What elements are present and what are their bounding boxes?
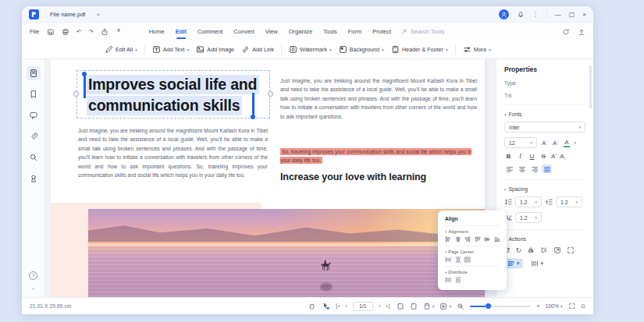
fullscreen-button[interactable] [568, 303, 575, 310]
menu-home[interactable]: Home [148, 26, 165, 37]
align-top-edges-button[interactable] [475, 236, 481, 242]
zoom-slider-knob[interactable] [486, 303, 491, 309]
menu-form[interactable]: Form [347, 26, 363, 37]
center-both-button[interactable] [464, 257, 471, 263]
next-view-button[interactable] [410, 303, 418, 310]
sunset-beach-photo[interactable] [88, 209, 485, 297]
distribute-section-header[interactable]: ▾ Distribute [445, 270, 500, 274]
flip-horizontal-button[interactable] [527, 246, 535, 254]
menu-view[interactable]: View [265, 26, 279, 37]
print-icon[interactable] [62, 28, 69, 36]
edit-all-button[interactable]: Edit All▾ [105, 45, 137, 54]
replace-image-button[interactable] [553, 246, 561, 254]
undo-icon[interactable]: ↶ [76, 28, 81, 35]
zoom-level-select[interactable]: 100%▾ [546, 303, 563, 309]
thumbnails-panel-icon[interactable] [27, 66, 41, 80]
bold-button[interactable]: B [504, 153, 513, 160]
extract-button[interactable] [567, 246, 575, 254]
upgrade-icon[interactable] [578, 28, 585, 36]
underline-button[interactable]: U [528, 153, 536, 160]
align-left-button[interactable] [504, 165, 514, 173]
minimize-button[interactable]: — [555, 11, 561, 18]
distribute-objects-button[interactable]: ▾ [528, 259, 545, 268]
share-icon[interactable] [101, 28, 109, 36]
font-color-button[interactable]: A [564, 139, 569, 147]
caret-down-icon[interactable]: ▾ [575, 140, 577, 145]
align-right-edges-button[interactable] [464, 236, 471, 242]
page-center-section-header[interactable]: ▾ Page Center [445, 249, 500, 254]
add-image-button[interactable]: Add Image [196, 45, 234, 54]
collapse-sidebar-icon[interactable]: ‹ [32, 285, 34, 292]
search-tools[interactable]: Search Tools [401, 28, 444, 35]
add-link-button[interactable]: Add Link [241, 45, 274, 54]
spacing-section-header[interactable]: ▾ Spacing [504, 186, 585, 192]
save-icon[interactable] [47, 28, 55, 36]
actions-section-header[interactable]: ▾ Actions [504, 236, 585, 242]
notifications-bell-icon[interactable] [517, 10, 525, 18]
menu-edit[interactable]: Edit [175, 26, 187, 37]
next-page-button[interactable]: › [379, 303, 381, 310]
center-horizontally-button[interactable] [445, 257, 451, 263]
hand-tool-button[interactable] [308, 303, 316, 310]
previous-view-button[interactable] [397, 303, 404, 310]
maximize-button[interactable]: ▢ [569, 11, 575, 18]
align-center-button[interactable] [517, 165, 527, 173]
close-button[interactable]: × [582, 11, 586, 18]
increase-font-size-button[interactable]: A↑ [542, 140, 548, 147]
italic-button[interactable]: I [516, 153, 525, 160]
menu-tools[interactable]: Tools [322, 26, 338, 37]
document-tab[interactable]: File name.pdf × [47, 6, 103, 22]
last-page-button[interactable]: ›∣ [386, 303, 390, 310]
add-text-button[interactable]: Add Text▾ [152, 45, 190, 54]
resize-handle-left[interactable] [73, 91, 79, 97]
sync-icon[interactable] [562, 28, 570, 36]
strikethrough-button[interactable]: S [539, 153, 548, 160]
character-spacing-select[interactable]: 1.2▾ [515, 212, 542, 223]
page-layout-button[interactable]: ▾ [423, 303, 435, 310]
paragraph-spacing-select[interactable]: 1.2▾ [556, 196, 582, 207]
page-indicator[interactable]: 1/1 [353, 302, 373, 311]
file-menu[interactable]: File [30, 28, 39, 35]
panel-scrollbar[interactable] [589, 65, 592, 108]
menu-organize[interactable]: Organize [288, 26, 313, 37]
selected-heading-textbox[interactable]: Improves social life andcommunication sk… [76, 70, 270, 119]
align-objects-button[interactable]: ▾ [504, 259, 522, 268]
fit-page-button[interactable]: ▾ [439, 303, 451, 310]
align-left-edges-button[interactable] [445, 236, 451, 242]
pdf-page[interactable]: Improves social life andcommunication sk… [51, 59, 485, 297]
zoom-out-icon[interactable] [457, 303, 464, 310]
align-justify-button[interactable] [542, 165, 552, 173]
rotate-right-button[interactable]: ↻ [516, 246, 522, 254]
more-menu-kebab-icon[interactable]: ⋮ [532, 11, 539, 18]
help-icon[interactable]: ? [29, 271, 37, 280]
alignment-section-header[interactable]: ▾ Alignment [445, 229, 500, 234]
zoom-in-button[interactable]: + [536, 303, 539, 310]
stamps-panel-icon[interactable] [27, 172, 41, 186]
line-spacing-select[interactable]: 1.2▾ [515, 196, 542, 207]
menu-convert[interactable]: Convert [233, 26, 254, 37]
document-canvas[interactable]: Improves social life andcommunication sk… [45, 59, 496, 297]
align-center-h-button[interactable] [455, 236, 461, 242]
distribute-horizontally-button[interactable] [445, 277, 451, 283]
collapse-toolbar-icon[interactable] [116, 28, 122, 36]
font-size-select[interactable]: 12 ▾ [504, 137, 537, 148]
first-page-button[interactable]: ∣‹ [335, 303, 340, 310]
subscript-button[interactable]: A₁ [560, 153, 565, 160]
search-panel-icon[interactable] [27, 150, 41, 165]
center-vertically-button[interactable] [455, 257, 461, 263]
decrease-font-size-button[interactable]: A↓ [553, 140, 559, 147]
align-middle-v-button[interactable] [484, 236, 490, 242]
bookmarks-panel-icon[interactable] [27, 87, 41, 101]
align-bottom-edges-button[interactable] [494, 236, 500, 242]
redo-icon[interactable]: ↷ [88, 28, 93, 35]
resize-handle-right[interactable] [268, 91, 273, 97]
align-right-button[interactable] [529, 165, 539, 173]
select-tool-button[interactable] [322, 302, 329, 310]
fonts-section-header[interactable]: ▾ Fonts [504, 111, 585, 117]
distribute-vertically-button[interactable] [455, 277, 461, 283]
menu-protect[interactable]: Protect [372, 26, 392, 37]
font-family-select[interactable]: Inter ▾ [504, 122, 585, 133]
tab-close-icon[interactable]: × [96, 11, 100, 18]
menu-comment[interactable]: Comment [197, 26, 224, 37]
zoom-slider[interactable] [470, 306, 531, 307]
